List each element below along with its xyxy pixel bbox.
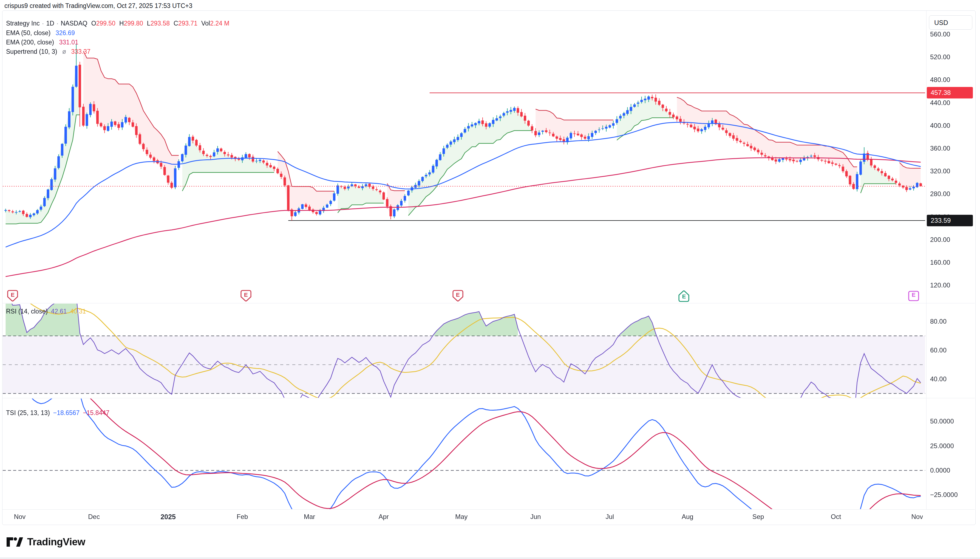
supertrend-value: 333.37 xyxy=(71,48,91,55)
tsi-tick-label: 25.0000 xyxy=(930,442,954,450)
earnings-letter: E xyxy=(240,291,252,298)
time-axis-label-may: May xyxy=(455,513,467,521)
exchange-label[interactable]: NASDAQ xyxy=(61,20,87,27)
ohlc-key: Vol xyxy=(201,20,210,27)
time-axis-label-2025: 2025 xyxy=(160,513,176,521)
earnings-marker[interactable]: E xyxy=(7,289,18,302)
ohlc-values: O299.50H299.80L293.58C293.71Vol2.24 M xyxy=(87,20,229,27)
ohlc-key: C xyxy=(173,20,178,27)
ema200-label[interactable]: EMA (200, close) xyxy=(6,39,54,46)
main-legend[interactable]: Strategy Inc·1D·NASDAQO299.50H299.80L293… xyxy=(6,20,229,27)
ema200-value: 331.01 xyxy=(59,39,78,46)
price-tick-label: 360.00 xyxy=(930,145,950,152)
rsi-tick-label: 40.00 xyxy=(930,375,947,383)
ema200-legend[interactable]: EMA (200, close) 331.01 xyxy=(6,39,78,46)
price-tick-label: 440.00 xyxy=(930,99,950,107)
time-axis-label-jul: Jul xyxy=(605,513,614,521)
time-axis-label-nov: Nov xyxy=(14,513,26,521)
interval-label[interactable]: 1D xyxy=(46,20,54,27)
price-tick-label: 480.00 xyxy=(930,76,950,84)
earnings-marker[interactable]: E xyxy=(240,289,252,302)
indicator-value: −18.6567 xyxy=(53,409,80,416)
price-line-badge: 457.38 xyxy=(927,87,973,98)
chart-canvas[interactable] xyxy=(0,0,980,559)
indicator-value: 42.61 xyxy=(51,308,67,315)
supertrend-symbol: ø xyxy=(62,48,66,55)
ohlc-value: 299.50 xyxy=(96,20,115,27)
ohlc-value: 293.71 xyxy=(178,20,198,27)
time-axis-label-mar: Mar xyxy=(304,513,315,521)
time-axis-label-sep: Sep xyxy=(752,513,764,521)
tsi-tick-label: 50.0000 xyxy=(930,417,954,425)
earnings-letter: E xyxy=(7,291,18,298)
time-axis[interactable]: NovDec2025FebMarAprMayJunJulAugSepOctNov xyxy=(2,509,923,524)
supertrend-label[interactable]: Supertrend (10, 3) xyxy=(6,48,57,55)
page: crispus9 created with TradingView.com, O… xyxy=(0,0,980,559)
ema50-label[interactable]: EMA (50, close) xyxy=(6,29,50,36)
separator-dot: · xyxy=(42,20,44,27)
price-tick-label: 320.00 xyxy=(930,167,950,175)
price-line-badge: 233.59 xyxy=(927,215,973,226)
ema50-legend[interactable]: EMA (50, close) 326.69 xyxy=(6,29,75,37)
time-axis-label-jun: Jun xyxy=(530,513,541,521)
indicator-value: −15.8447 xyxy=(83,409,109,416)
ohlc-key: O xyxy=(91,20,96,27)
supertrend-legend[interactable]: Supertrend (10, 3) ø 333.37 xyxy=(6,48,91,55)
rsi-legend[interactable]: RSI (14, close)42.6140.31 xyxy=(6,308,86,315)
ohlc-key: H xyxy=(119,20,124,27)
rsi-tick-label: 80.00 xyxy=(930,318,947,325)
price-tick-label: 160.00 xyxy=(930,259,950,266)
indicator-value: 40.31 xyxy=(70,308,86,315)
earnings-marker[interactable]: E xyxy=(678,289,690,302)
ohlc-value: 293.58 xyxy=(150,20,170,27)
tsi-values: −18.6567−15.8447 xyxy=(50,409,109,416)
time-axis-label-apr: Apr xyxy=(379,513,389,521)
price-tick-label: 560.00 xyxy=(930,30,950,38)
tradingview-logo[interactable]: TradingView xyxy=(6,535,85,549)
currency-label: USD xyxy=(934,19,948,26)
price-tick-label: 200.00 xyxy=(930,236,950,243)
tradingview-brand-text: TradingView xyxy=(27,536,85,548)
ohlc-key: L xyxy=(147,20,150,27)
bottom-strip xyxy=(0,557,980,559)
rsi-tick-label: 60.00 xyxy=(930,346,947,354)
pane-separator-main-rsi[interactable] xyxy=(2,303,975,303)
tsi-label[interactable]: TSI (25, 13, 13) xyxy=(6,409,50,416)
earnings-letter: E xyxy=(452,291,464,298)
price-tick-label: 520.00 xyxy=(930,53,950,61)
earnings-letter: E xyxy=(678,293,690,300)
ema50-value: 326.69 xyxy=(56,29,75,36)
earnings-letter: E xyxy=(908,291,919,298)
price-tick-label: 120.00 xyxy=(930,281,950,289)
symbol-name[interactable]: Strategy Inc xyxy=(6,20,40,27)
time-axis-label-feb: Feb xyxy=(237,513,248,521)
tsi-tick-label: −25.0000 xyxy=(930,491,958,499)
price-tick-label: 400.00 xyxy=(930,122,950,129)
rsi-label[interactable]: RSI (14, close) xyxy=(6,308,48,315)
time-axis-label-nov: Nov xyxy=(911,513,923,521)
earnings-marker[interactable]: E xyxy=(908,289,919,302)
earnings-marker[interactable]: E xyxy=(452,289,464,302)
rsi-values: 42.6140.31 xyxy=(48,308,86,315)
tsi-tick-label: 0.0000 xyxy=(930,466,950,474)
ohlc-value: 299.80 xyxy=(124,20,143,27)
time-axis-label-aug: Aug xyxy=(682,513,693,521)
tsi-legend[interactable]: TSI (25, 13, 13)−18.6567−15.8447 xyxy=(6,409,109,417)
time-axis-label-dec: Dec xyxy=(88,513,100,521)
separator-dot: · xyxy=(56,20,59,27)
time-axis-label-oct: Oct xyxy=(831,513,841,521)
tradingview-icon xyxy=(6,537,23,547)
price-axis-border xyxy=(926,11,927,509)
currency-box[interactable]: USD xyxy=(929,15,972,30)
ohlc-value: 2.24 M xyxy=(210,20,229,27)
price-tick-label: 280.00 xyxy=(930,190,950,198)
